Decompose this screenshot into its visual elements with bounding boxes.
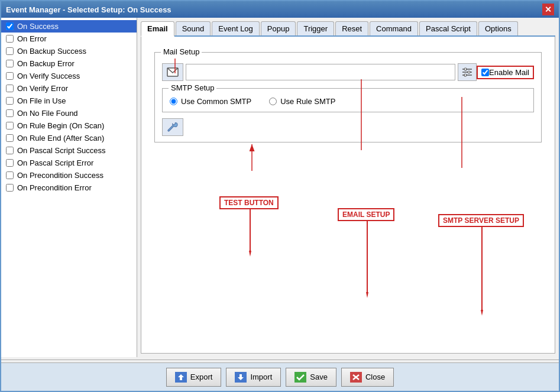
checkbox-on-backup-error[interactable] [6,60,14,67]
test-arrow-line [249,209,251,257]
bottom-bar: Export Import Save Close [1,362,559,391]
sidebar-item-on-verify-success[interactable]: On Verify Success [1,70,137,82]
tab-popup[interactable]: Popup [261,21,296,35]
mail-icon-button[interactable] [162,63,183,81]
email-setup-annotation: EMAIL SETUP [338,208,394,221]
test-button-annotation: TEST BUTTON [219,196,279,209]
tab-sound[interactable]: Sound [176,21,211,35]
window-close-button[interactable]: ✕ [542,4,554,15]
sidebar-item-on-no-file-found[interactable]: On No File Found [1,107,137,119]
tab-options[interactable]: Options [478,21,518,35]
use-common-smtp-label: Use Common SMTP [181,97,251,106]
save-label: Save [310,372,328,381]
tab-reset[interactable]: Reset [335,21,368,35]
tab-bar: EmailSoundEvent LogPopupTriggerResetComm… [141,21,555,37]
tab-command[interactable]: Command [370,21,418,35]
tab-pascal-script[interactable]: Pascal Script [419,21,477,35]
sidebar-item-on-rule-end[interactable]: On Rule End (After Scan) [1,132,137,144]
checkbox-on-pascal-error[interactable] [6,159,14,167]
save-button[interactable]: Save [286,368,336,387]
sidebar-label-on-pascal-success: On Pascal Script Success [17,146,106,155]
sidebar-item-on-success[interactable]: On Success [1,20,137,33]
sidebar-item-on-precondition-error[interactable]: On Precondition Error [1,182,137,194]
sidebar-item-on-rule-begin[interactable]: On Rule Begin (On Scan) [1,119,137,132]
sidebar-label-on-success: On Success [17,22,59,31]
svg-marker-15 [366,292,368,298]
tab-content-email: Mail Setup [141,37,555,354]
svg-marker-17 [481,310,483,316]
smtp-server-annotation: SMTP SERVER SETUP [438,214,524,227]
use-rule-smtp-radio[interactable] [269,98,277,105]
config-button[interactable] [458,63,477,81]
close-label: Close [365,372,385,381]
enable-mail-container: Enable Mail [477,66,534,79]
wrench-button[interactable] [162,118,183,136]
use-common-smtp-option[interactable]: Use Common SMTP [170,97,251,106]
checkbox-on-verify-success[interactable] [6,72,14,80]
sidebar-label-on-error: On Error [17,34,47,43]
export-icon [175,372,187,383]
content-divider [1,359,559,360]
close-button[interactable]: Close [341,368,394,387]
checkbox-on-pascal-success[interactable] [6,147,14,154]
tab-trigger[interactable]: Trigger [297,21,334,35]
sidebar-item-on-file-in-use[interactable]: On File in Use [1,95,137,107]
sidebar-item-on-pascal-error[interactable]: On Pascal Script Error [1,157,137,169]
tab-eventlog[interactable]: Event Log [212,21,260,35]
checkbox-on-backup-success[interactable] [6,47,14,55]
mail-setup-legend: Mail Setup [161,47,202,56]
checkbox-on-rule-begin[interactable] [6,122,14,129]
svg-point-5 [468,71,470,73]
svg-point-6 [464,74,467,76]
sidebar-label-on-backup-success: On Backup Success [17,47,86,56]
sidebar-label-on-backup-error: On Backup Error [17,59,75,68]
email-setup-label: EMAIL SETUP [338,208,394,221]
sidebar-label-on-precondition-success: On Precondition Success [17,171,103,180]
tab-email[interactable]: Email [141,21,174,37]
svg-point-4 [464,68,467,70]
save-icon [294,372,306,383]
sidebar-label-on-pascal-error: On Pascal Script Error [17,158,93,167]
sidebar-label-on-verify-error: On Verify Error [17,84,68,93]
sidebar-item-on-backup-success[interactable]: On Backup Success [1,45,137,57]
checkbox-on-error[interactable] [6,35,14,43]
right-panel: EmailSoundEvent LogPopupTriggerResetComm… [137,18,559,357]
sidebar-label-on-no-file-found: On No File Found [17,109,78,118]
checkbox-on-no-file-found[interactable] [6,109,14,117]
title-bar: Event Manager - Selected Setup: On Succe… [1,1,559,18]
smtp-options: Use Common SMTP Use Rule SMTP [170,97,526,106]
sidebar-label-on-file-in-use: On File in Use [17,96,66,105]
checkbox-on-rule-end[interactable] [6,134,14,142]
use-rule-smtp-option[interactable]: Use Rule SMTP [269,97,335,106]
sidebar-label-on-verify-success: On Verify Success [17,72,80,80]
email-input[interactable] [186,64,455,80]
import-label: Import [250,372,272,381]
checkbox-on-verify-error[interactable] [6,85,14,92]
checkbox-on-precondition-error[interactable] [6,184,14,192]
sidebar: On SuccessOn ErrorOn Backup SuccessOn Ba… [1,18,137,357]
checkbox-on-precondition-success[interactable] [6,171,14,179]
sidebar-item-on-verify-error[interactable]: On Verify Error [1,82,137,95]
email-tab-area: Mail Setup [148,44,548,221]
enable-mail-label[interactable]: Enable Mail [489,68,529,77]
sidebar-item-on-pascal-success[interactable]: On Pascal Script Success [1,144,137,157]
sidebar-label-on-rule-begin: On Rule Begin (On Scan) [17,121,104,130]
sidebar-item-on-backup-error[interactable]: On Backup Error [1,57,137,70]
import-icon [235,372,247,383]
enable-mail-checkbox[interactable] [481,69,489,76]
smtp-legend: SMTP Setup [169,83,216,92]
smtp-server-label: SMTP SERVER SETUP [438,214,524,227]
mail-setup-group: Mail Setup [154,52,542,142]
checkbox-on-file-in-use[interactable] [6,97,14,105]
import-button[interactable]: Import [226,368,281,387]
sidebar-item-on-precondition-success[interactable]: On Precondition Success [1,169,137,182]
test-button-label: TEST BUTTON [219,196,279,209]
export-button[interactable]: Export [166,368,222,387]
close-icon [350,372,362,383]
checkbox-on-success[interactable] [6,22,14,30]
main-content: On SuccessOn ErrorOn Backup SuccessOn Ba… [1,18,559,357]
mail-row: Enable Mail [162,63,534,81]
sidebar-item-on-error[interactable]: On Error [1,33,137,45]
smtp-group: SMTP Setup Use Common SMTP Use Rule SMTP [162,88,534,112]
use-common-smtp-radio[interactable] [170,98,177,105]
